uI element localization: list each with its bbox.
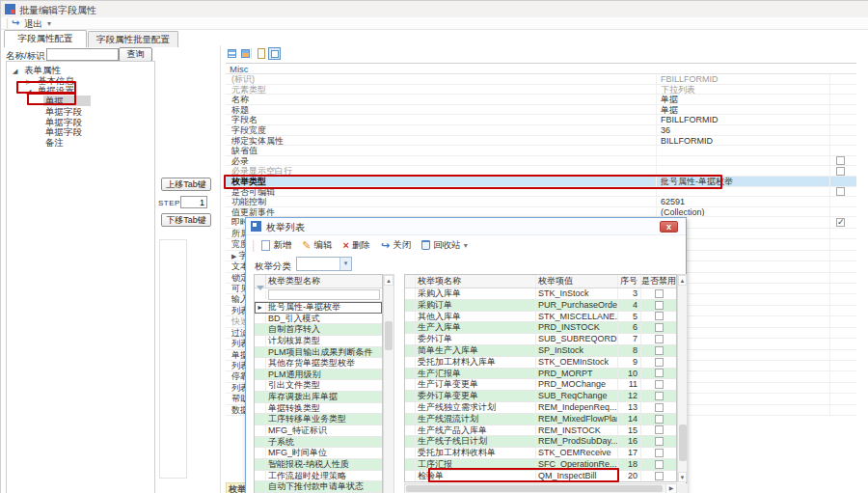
enum-item-row[interactable]: 受托加工材料入库单STK_OEMInStock9 xyxy=(405,357,676,369)
tree-item[interactable]: ◢表单属性 xyxy=(7,65,151,75)
scroll-up-icon[interactable]: ▲ xyxy=(384,275,393,286)
scroll-thumb[interactable] xyxy=(406,485,663,492)
filter-input[interactable] xyxy=(268,289,380,300)
enum-item-row[interactable]: 生产订单变更单PRD_MOChange11 xyxy=(405,379,676,391)
new-button[interactable]: 新增 xyxy=(261,239,291,252)
item-table-scrollbar[interactable]: ▲ ▼ xyxy=(677,274,688,482)
enum-type-row[interactable]: 引出文件类型 xyxy=(255,380,382,392)
checkbox-unchecked[interactable] xyxy=(655,335,664,343)
tree-item[interactable]: 备注 xyxy=(7,137,151,148)
property-row[interactable]: 值更新事件(Collection) xyxy=(226,207,856,218)
property-row[interactable]: 缺省值 xyxy=(226,146,856,156)
move-down-tab-button[interactable]: 下移Tab键 xyxy=(161,213,211,227)
enum-item-row[interactable]: 生产线独立需求计划REM_IndepenReq...13 xyxy=(405,402,676,414)
property-row[interactable]: 名称单据 xyxy=(226,95,856,105)
filter-row[interactable] xyxy=(255,288,382,302)
property-row[interactable]: (标识)FBILLFORMID xyxy=(226,74,856,85)
search-input[interactable] xyxy=(46,48,119,61)
enum-type-row[interactable]: BD_引入模式 xyxy=(255,314,382,325)
enum-item-row[interactable]: 工序汇报SFC_OperationRe...18 xyxy=(405,459,676,471)
scroll-thumb[interactable] xyxy=(679,425,687,461)
scroll-down-icon[interactable]: ▼ xyxy=(678,472,687,482)
delete-button[interactable]: ×删除 xyxy=(342,239,369,252)
edit-button[interactable]: ✎编辑 xyxy=(302,239,332,252)
property-row[interactable]: 必录显示空白行 xyxy=(226,166,856,177)
enum-type-row[interactable]: 库存调拨出库单据 xyxy=(255,392,382,403)
search-button[interactable]: 查询 xyxy=(119,47,152,62)
scroll-up-icon[interactable]: ▲ xyxy=(678,275,687,286)
enum-type-row[interactable]: 自制首序转入 xyxy=(255,324,382,336)
item-table-hscrollbar[interactable]: ▶ xyxy=(404,483,677,493)
property-row[interactable]: 字段名FBILLFORMID xyxy=(226,115,856,125)
enum-item-row[interactable]: 生产入库单PRD_INSTOCK6 xyxy=(405,322,676,334)
checkbox-unchecked[interactable] xyxy=(655,346,664,355)
chevron-down-icon[interactable]: ▾ xyxy=(47,19,51,28)
tree-item[interactable]: ◢单据设置 xyxy=(7,85,151,96)
enum-item-row[interactable]: 生产线产品入库单REM_INSTOCK15 xyxy=(405,425,676,437)
enum-item-table-header[interactable]: 枚举项名称 枚举项值 序号 是否禁用 xyxy=(405,275,676,288)
enum-type-row[interactable]: 工作流超时处理策略 xyxy=(255,471,382,482)
enum-type-row[interactable]: PLM通用级别 xyxy=(255,370,382,381)
checkbox-unchecked[interactable] xyxy=(655,301,664,310)
enum-type-row[interactable]: 子系统 xyxy=(255,437,382,449)
active-view-icon[interactable] xyxy=(268,47,281,60)
type-list-scrollbar[interactable]: ▲ xyxy=(383,274,394,493)
recycle-bin-button[interactable]: 回收站▾ xyxy=(421,239,468,252)
property-page-icon[interactable] xyxy=(255,47,267,60)
close-icon[interactable]: x xyxy=(660,221,678,233)
categorized-view-icon[interactable] xyxy=(226,47,238,60)
enum-type-row[interactable]: MFG_特证标识 xyxy=(255,425,382,437)
close-button[interactable]: ↪关闭 xyxy=(381,239,411,252)
checkbox-unchecked[interactable] xyxy=(655,425,664,434)
enum-item-row[interactable]: 委外订单SUB_SUBREQORDER7 xyxy=(405,334,676,345)
enum-type-row[interactable]: MFG_时间单位 xyxy=(255,448,382,459)
checkbox-unchecked[interactable] xyxy=(655,323,664,332)
checkbox-unchecked[interactable] xyxy=(655,403,664,412)
checkbox-unchecked[interactable] xyxy=(836,187,845,196)
checkbox-checked[interactable] xyxy=(836,218,845,227)
enum-type-row[interactable]: 自动下推付款申请单状态 xyxy=(255,481,382,493)
property-row[interactable]: 标题单据 xyxy=(226,105,856,116)
enum-category-select[interactable]: ▾ xyxy=(296,257,352,271)
property-row[interactable]: 字段宽度36 xyxy=(226,125,856,136)
checkbox-unchecked[interactable] xyxy=(655,392,664,400)
enum-item-row[interactable]: 简单生产入库单SP_InStock8 xyxy=(405,345,676,357)
move-up-tab-button[interactable]: 上移Tab键 xyxy=(161,178,211,191)
tree-item[interactable]: 单据字段 xyxy=(7,106,151,117)
checkbox-unchecked[interactable] xyxy=(655,369,664,377)
checkbox-unchecked[interactable] xyxy=(655,449,664,457)
enum-type-row[interactable]: PLM项目输出成果判断条件 xyxy=(255,347,382,359)
tree-item[interactable]: 单据字段 xyxy=(7,126,151,137)
enum-type-row[interactable]: 单据转换类型 xyxy=(255,403,382,415)
chevron-down-icon[interactable]: ▾ xyxy=(339,258,351,270)
enum-type-row[interactable]: 工序转移单业务类型 xyxy=(255,414,382,425)
property-row[interactable]: 枚举类型批号属性-单据枚举 xyxy=(226,177,856,187)
property-row[interactable]: 必录 xyxy=(226,156,856,167)
enum-type-row[interactable]: 计划核算类型 xyxy=(255,336,382,347)
scroll-right-icon[interactable]: ▶ xyxy=(665,484,676,493)
checkbox-unchecked[interactable] xyxy=(655,460,664,469)
property-row[interactable]: 绑定实体属性BILLFORMID xyxy=(226,136,856,147)
enum-item-row[interactable]: 采购入库单STK_InStock3 xyxy=(405,288,676,300)
property-category[interactable]: Misc xyxy=(226,64,856,74)
enum-type-row[interactable]: 其他存货单据类型枚举 xyxy=(255,358,382,370)
checkbox-unchecked[interactable] xyxy=(836,167,845,176)
enum-item-row[interactable]: 生产汇报单PRD_MORPT10 xyxy=(405,369,676,380)
checkbox-unchecked[interactable] xyxy=(655,289,664,298)
checkbox-unchecked[interactable] xyxy=(655,437,664,446)
step-input[interactable] xyxy=(180,196,207,208)
checkbox-unchecked[interactable] xyxy=(655,312,664,320)
property-row[interactable]: 元素类型下拉列表 xyxy=(226,85,856,96)
property-row[interactable]: 功能控制62591 xyxy=(226,197,856,207)
tab-field-property-batch-config[interactable]: 字段属性批量配置 xyxy=(88,31,178,47)
tab-field-property-config[interactable]: 字段属性配置 xyxy=(4,30,87,47)
enum-item-row[interactable]: 生产线子线日计划REM_ProdSubDay...16 xyxy=(405,436,676,448)
enum-item-row[interactable]: 生产线混流计划REM_MixedFlowPlan14 xyxy=(405,414,676,425)
tree-item[interactable]: 单据 xyxy=(7,96,151,106)
enum-type-row[interactable]: ▸批号属性-单据枚举 xyxy=(255,302,382,314)
enum-item-row[interactable]: 委外订单变更单SUB_ReqChange12 xyxy=(405,391,676,402)
checkbox-unchecked[interactable] xyxy=(655,472,664,480)
expander-icon[interactable]: ▶ xyxy=(231,253,236,260)
checkbox-unchecked[interactable] xyxy=(655,358,664,367)
scroll-thumb[interactable] xyxy=(385,321,393,350)
